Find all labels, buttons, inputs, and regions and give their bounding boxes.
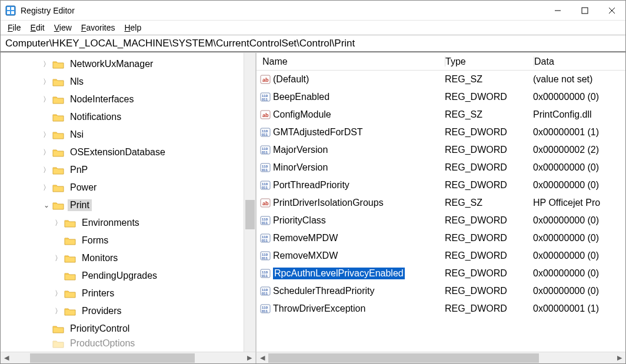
dword-value-icon [260,303,271,314]
column-header-data[interactable]: Data [534,56,625,67]
tree-item[interactable]: PendingUpgrades [1,267,255,285]
value-type: REG_DWORD [445,215,533,226]
scroll-right-icon[interactable]: ▶ [244,352,255,364]
tree-item[interactable]: Notifications [1,108,255,126]
tree-vertical-scrollbar[interactable] [244,53,255,352]
value-row[interactable]: MajorVersionREG_DWORD0x00000002 (2) [257,141,625,159]
tree-item[interactable]: 〉Power [1,179,255,196]
menu-favorites[interactable]: Favorites [76,22,120,34]
value-row[interactable]: SchedulerThreadPriorityREG_DWORD0x000000… [257,282,625,300]
value-row[interactable]: RpcAuthnLevelPrivacyEnabledREG_DWORD0x00… [257,265,625,282]
tree-item[interactable]: 〉PnP [1,161,255,179]
folder-icon [52,95,64,104]
maximize-button[interactable] [571,1,598,20]
expand-icon[interactable]: 〉 [42,95,51,105]
value-row[interactable]: PriorityClassREG_DWORD0x00000000 (0) [257,212,625,229]
column-header-type[interactable]: Type [445,56,534,67]
value-row[interactable]: ConfigModuleREG_SZPrintConfig.dll [257,106,625,123]
scrollbar-thumb[interactable] [30,353,195,363]
value-data: 0x00000000 (0) [533,215,625,226]
expand-icon[interactable]: 〉 [54,253,63,263]
expand-icon[interactable]: 〉 [42,183,51,193]
tree-item-label: Environments [79,217,142,229]
expand-icon[interactable]: 〉 [54,289,63,299]
value-row[interactable]: RemoveMXDWREG_DWORD0x00000000 (0) [257,247,625,265]
menubar: File Edit View Favorites Help [1,21,625,35]
values-pane: Name Type Data (Default)REG_SZ(value not… [257,53,625,363]
tree-item[interactable]: 〉NetworkUxManager [1,55,255,73]
column-header-name[interactable]: Name [257,56,445,67]
value-row[interactable]: BeepEnabledREG_DWORD0x00000000 (0) [257,88,625,106]
value-data: HP Officejet Pro [533,198,625,208]
tree-item[interactable]: 〉Printers [1,285,255,302]
menu-help[interactable]: Help [119,22,146,34]
scroll-right-icon[interactable]: ▶ [614,352,625,364]
value-row[interactable]: MinorVersionREG_DWORD0x00000000 (0) [257,159,625,176]
tree-item-label: PriorityControl [68,323,132,335]
dword-value-icon [260,286,271,296]
folder-icon [64,306,76,316]
tree-item[interactable]: 〉Monitors [1,249,255,267]
minimize-button[interactable] [544,1,571,20]
string-value-icon [260,109,271,120]
tree-item[interactable]: PriorityControl [1,320,255,338]
value-name: MinorVersion [273,162,328,173]
tree-item[interactable]: Forms [1,232,255,249]
value-data: 0x00000002 (2) [533,145,625,155]
menu-edit[interactable]: Edit [26,22,49,34]
value-row[interactable]: RemoveMPDWREG_DWORD0x00000000 (0) [257,229,625,247]
folder-icon [64,289,76,298]
tree-item[interactable]: 〉NodeInterfaces [1,91,255,108]
value-data: PrintConfig.dll [533,109,625,120]
value-row[interactable]: GMTAdjustedForDSTREG_DWORD0x00000001 (1) [257,123,625,141]
menu-file[interactable]: File [3,22,26,34]
folder-icon [52,59,64,69]
scroll-left-icon[interactable]: ◀ [1,352,12,364]
tree-item-label: PendingUpgrades [79,270,159,282]
scrollbar-thumb[interactable] [268,353,539,363]
value-row[interactable]: (Default)REG_SZ(value not set) [257,71,625,88]
value-type: REG_DWORD [445,303,533,314]
value-data: 0x00000000 (0) [533,268,625,279]
close-button[interactable] [598,1,625,20]
tree-item[interactable]: 〉Providers [1,302,255,320]
tree-horizontal-scrollbar[interactable]: ◀ ▶ [1,352,255,363]
registry-tree[interactable]: 〉NetworkUxManager〉Nls〉NodeInterfacesNoti… [1,53,255,349]
expand-icon[interactable]: 〉 [42,130,51,140]
collapse-icon[interactable]: ⌄ [42,201,51,209]
expand-icon[interactable]: 〉 [42,148,51,158]
value-row[interactable]: PrintDriverIsolationGroupsREG_SZHP Offic… [257,194,625,212]
value-type: REG_DWORD [445,268,533,279]
value-name: PriorityClass [273,215,326,226]
expand-icon[interactable]: 〉 [42,59,51,69]
scrollbar-thumb[interactable] [245,200,255,229]
tree-item[interactable]: 〉OSExtensionDatabase [1,143,255,161]
dword-value-icon [260,215,271,226]
value-data: 0x00000001 (1) [533,303,625,314]
tree-item[interactable]: 〉Nsi [1,126,255,143]
window-title: Registry Editor [21,6,75,15]
columns-header: Name Type Data [257,53,625,71]
dword-value-icon [260,251,271,261]
tree-item-label: NodeInterfaces [68,93,136,105]
address-bar[interactable]: Computer\HKEY_LOCAL_MACHINE\SYSTEM\Curre… [1,35,625,52]
tree-item-label: Print [68,199,92,211]
value-name: PrintDriverIsolationGroups [273,198,384,208]
scroll-left-icon[interactable]: ◀ [257,352,268,364]
expand-icon[interactable]: 〉 [54,218,63,228]
tree-item[interactable]: 〉Environments [1,214,255,232]
address-text: Computer\HKEY_LOCAL_MACHINE\SYSTEM\Curre… [5,38,355,49]
folder-icon [52,165,64,175]
menu-view[interactable]: View [49,22,76,34]
expand-icon[interactable]: 〉 [54,306,63,316]
tree-item[interactable]: ProductOptions [1,338,255,349]
values-list[interactable]: (Default)REG_SZ(value not set)BeepEnable… [257,71,625,352]
tree-item[interactable]: 〉Nls [1,73,255,91]
expand-icon[interactable]: 〉 [42,77,51,87]
expand-icon[interactable]: 〉 [42,165,51,175]
value-type: REG_SZ [445,74,533,85]
value-row[interactable]: ThrowDriverExceptionREG_DWORD0x00000001 … [257,300,625,318]
values-horizontal-scrollbar[interactable]: ◀ ▶ [257,352,625,363]
tree-item[interactable]: ⌄Print [1,196,255,214]
value-row[interactable]: PortThreadPriorityREG_DWORD0x00000000 (0… [257,176,625,194]
